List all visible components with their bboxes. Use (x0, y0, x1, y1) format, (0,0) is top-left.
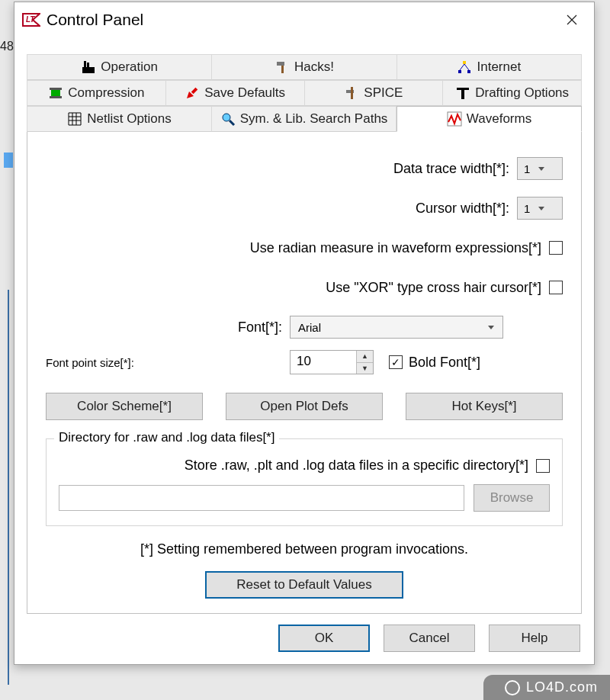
cancel-label: Cancel (409, 631, 450, 646)
tab-search-paths[interactable]: Sym. & Lib. Search Paths (212, 106, 396, 132)
path-row: Browse (59, 484, 550, 512)
tab-row-2: Compression Save Defaults SPICE (27, 80, 582, 106)
spinner-up[interactable]: ▲ (357, 351, 373, 362)
svg-rect-22 (461, 88, 464, 99)
svg-rect-10 (458, 70, 461, 73)
factory-icon (81, 59, 96, 75)
data-trace-width-label: Data trace width[*]: (393, 161, 509, 177)
close-icon (567, 14, 577, 25)
tab-waveforms[interactable]: Waveforms (396, 106, 582, 132)
svg-rect-18 (191, 88, 197, 94)
svg-rect-15 (50, 88, 62, 90)
row-radian-measure: Use radian measure in waveform expressio… (46, 231, 563, 265)
tab-netlist-options[interactable]: Netlist Options (27, 106, 212, 132)
app-flag-icon: LT (22, 13, 40, 27)
reset-defaults-button[interactable]: Reset to Default Values (205, 571, 403, 599)
font-dropdown[interactable]: Arial (290, 316, 503, 339)
chevron-down-icon (538, 204, 545, 212)
svg-marker-26 (538, 167, 544, 171)
tab-row-1: Operation Hacks! Internet (27, 54, 582, 80)
bg-number: 48 (0, 40, 14, 53)
tab-label: SPICE (364, 85, 403, 101)
store-row: Store .raw, .plt and .log data files in … (59, 458, 550, 474)
globe-icon (505, 680, 520, 695)
hammer2-icon (344, 85, 359, 101)
cursor-width-dropdown[interactable]: 1 (517, 197, 563, 220)
ok-label: OK (315, 631, 334, 646)
svg-rect-9 (463, 61, 466, 64)
radian-label: Use radian measure in waveform expressio… (250, 240, 541, 256)
data-trace-width-dropdown[interactable]: 1 (517, 157, 563, 180)
open-plot-defs-button[interactable]: Open Plot Defs (226, 393, 383, 420)
chevron-down-icon (487, 323, 495, 331)
tab-spice[interactable]: SPICE (305, 80, 444, 106)
directory-groupbox: Directory for .raw and .log data files[*… (46, 438, 563, 526)
xor-label: Use "XOR" type cross hair cursor[*] (326, 280, 541, 296)
svg-marker-28 (488, 326, 494, 329)
reset-label: Reset to Default Values (236, 577, 371, 592)
font-point-spinner[interactable]: 10 ▲ ▼ (290, 350, 374, 374)
chevron-down-icon (538, 165, 545, 172)
hot-keys-label: Hot Keys[*] (451, 399, 516, 414)
tab-label: Save Defaults (204, 85, 285, 101)
open-plot-defs-label: Open Plot Defs (260, 399, 348, 414)
hot-keys-button[interactable]: Hot Keys[*] (406, 393, 563, 420)
font-label: Font[*]: (221, 319, 282, 336)
font-value: Arial (298, 321, 321, 334)
remembered-note: [*] Setting remembered between program i… (46, 541, 563, 557)
reset-row: Reset to Default Values (46, 571, 563, 599)
tab-drafting-options[interactable]: Drafting Options (443, 80, 582, 106)
data-trace-width-value: 1 (524, 162, 530, 175)
vise-icon (48, 85, 63, 101)
magnifier-icon (220, 111, 236, 127)
svg-rect-14 (51, 90, 60, 96)
svg-line-12 (460, 64, 464, 70)
ok-button[interactable]: OK (278, 625, 370, 652)
tab-save-defaults[interactable]: Save Defaults (166, 80, 305, 106)
bold-font-label: Bold Font[*] (409, 355, 480, 371)
tab-row-3: Netlist Options Sym. & Lib. Search Paths… (27, 106, 582, 132)
tab-content-waveforms: Data trace width[*]: 1 Cursor width[*]: … (27, 132, 582, 614)
bold-font-option: Bold Font[*] (389, 355, 480, 371)
tab-label: Operation (101, 59, 158, 75)
dialog-button-row: OK Cancel Help (14, 621, 594, 664)
close-button[interactable] (554, 8, 589, 32)
network-icon (457, 59, 472, 75)
radian-checkbox[interactable] (549, 241, 563, 255)
svg-rect-11 (467, 70, 470, 73)
tab-hacks[interactable]: Hacks! (212, 54, 396, 80)
svg-rect-7 (277, 62, 284, 66)
svg-line-24 (230, 120, 234, 125)
control-panel-dialog: LT Control Panel Operation (14, 2, 595, 665)
row-font-point-size: Font point size[*]: 10 ▲ ▼ Bold Font[*] (46, 350, 563, 374)
bg-palette-hint (4, 153, 13, 168)
groupbox-legend: Directory for .raw and .log data files[*… (54, 430, 279, 445)
bg-blue-ruler (8, 290, 9, 685)
directory-path-input[interactable] (59, 485, 464, 511)
store-checkbox[interactable] (536, 459, 550, 473)
help-label: Help (522, 631, 548, 646)
titlebar-title: Control Panel (47, 11, 554, 29)
cancel-button[interactable]: Cancel (384, 625, 475, 652)
tab-compression[interactable]: Compression (27, 80, 166, 106)
row-cursor-width: Cursor width[*]: 1 (46, 191, 563, 225)
bold-font-checkbox[interactable] (389, 355, 403, 369)
help-button[interactable]: Help (489, 625, 580, 652)
store-label: Store .raw, .plt and .log data files in … (185, 458, 528, 474)
tab-label: Internet (477, 59, 521, 75)
color-scheme-button[interactable]: Color Scheme[*] (46, 393, 203, 420)
tab-internet[interactable]: Internet (397, 54, 582, 80)
cursor-width-label: Cursor width[*]: (416, 201, 509, 217)
browse-button[interactable]: Browse (474, 484, 550, 512)
tab-label: Netlist Options (87, 111, 172, 127)
tab-label: Compression (68, 85, 144, 101)
tab-label: Waveforms (467, 111, 531, 127)
tab-label: Hacks! (294, 59, 334, 75)
xor-checkbox[interactable] (549, 281, 563, 294)
tabs-area: Operation Hacks! Internet (14, 37, 594, 132)
tab-label: Sym. & Lib. Search Paths (240, 111, 388, 127)
row-font: Font[*]: Arial (46, 310, 563, 344)
tab-operation[interactable]: Operation (27, 54, 212, 80)
spinner-down[interactable]: ▼ (357, 362, 373, 374)
pen-icon (185, 85, 200, 101)
